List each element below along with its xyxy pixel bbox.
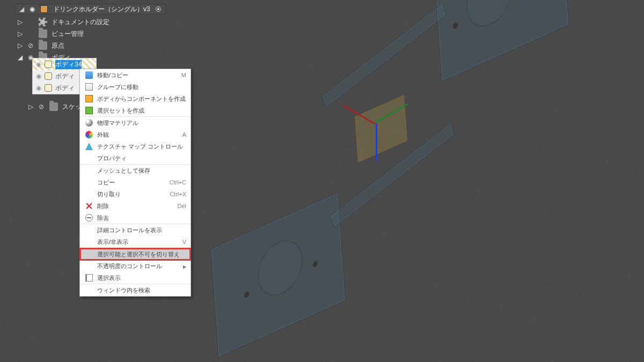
menu-label: 削除 bbox=[97, 202, 160, 210]
body-label: ボディ bbox=[55, 84, 75, 93]
visibility-eye-icon[interactable]: ◉ bbox=[36, 72, 41, 80]
body-label: ボディ bbox=[55, 72, 75, 81]
menu-label: 表示/非表示 bbox=[97, 238, 160, 246]
body-icon bbox=[45, 72, 52, 80]
menu-shortcut: A bbox=[165, 131, 186, 138]
menu-label: 物理マテリアル bbox=[97, 119, 186, 127]
material-icon bbox=[85, 119, 93, 127]
tree-item-origin[interactable]: ▷ ⊘ 原点 bbox=[16, 40, 111, 51]
chevron-right-icon[interactable]: ▷ bbox=[28, 103, 33, 110]
texture-icon bbox=[85, 143, 93, 150]
menu-show-detail-controls[interactable]: 詳細コントロールを表示 bbox=[80, 224, 191, 236]
move-icon bbox=[85, 71, 93, 79]
remove-icon bbox=[85, 214, 93, 221]
visibility-eye-icon[interactable]: ◉ bbox=[36, 61, 41, 68]
blank-icon bbox=[85, 238, 93, 246]
menu-body-to-component[interactable]: ボディからコンポーネントを作成 bbox=[80, 93, 191, 105]
blank-icon bbox=[85, 167, 93, 174]
blank-icon bbox=[85, 154, 93, 162]
tree-label: ビュー管理 bbox=[52, 29, 84, 39]
group-icon bbox=[85, 83, 93, 91]
blank-icon bbox=[85, 226, 93, 234]
menu-label: コピー bbox=[97, 179, 160, 187]
menu-properties[interactable]: プロパティ bbox=[80, 152, 191, 164]
menu-save-as-mesh[interactable]: メッシュとして保存 bbox=[80, 165, 191, 176]
menu-create-selection-set[interactable]: 選択セットを作成 bbox=[80, 105, 191, 116]
menu-label: 詳細コントロールを表示 bbox=[97, 226, 186, 234]
menu-label: 除去 bbox=[97, 214, 186, 222]
chevron-down-icon[interactable]: ◢ bbox=[17, 54, 23, 61]
folder-icon bbox=[49, 102, 58, 111]
menu-label: 選択可能と選択不可を切り替え bbox=[97, 250, 186, 258]
menu-label: グループに移動 bbox=[97, 83, 186, 91]
menu-label: 外観 bbox=[97, 131, 160, 139]
menu-copy[interactable]: コピー Ctrl+C bbox=[80, 176, 191, 188]
menu-move-to-group[interactable]: グループに移動 bbox=[80, 81, 191, 93]
visibility-off-icon[interactable]: ⊘ bbox=[27, 42, 34, 49]
menu-opacity-control[interactable]: 不透明度のコントロール bbox=[80, 260, 191, 272]
folder-icon bbox=[39, 41, 47, 50]
tree-label: 原点 bbox=[52, 41, 64, 50]
menu-label: テクスチャ マップ コントロール bbox=[97, 143, 186, 151]
disclosure-triangle-icon[interactable]: ◢ bbox=[19, 5, 24, 13]
menu-label: ボディからコンポーネントを作成 bbox=[97, 95, 186, 103]
body-label: ボディ34 bbox=[55, 60, 82, 69]
menu-label: メッシュとして保存 bbox=[97, 167, 186, 175]
menu-label: 選択セットを作成 bbox=[97, 107, 186, 115]
blank-icon bbox=[85, 190, 93, 198]
tree-label: ドキュメントの設定 bbox=[52, 18, 109, 27]
component-title-bar[interactable]: ◢ ◉ ドリンクホルダー（シングル）v3 bbox=[14, 4, 166, 14]
delete-x-icon bbox=[85, 202, 93, 210]
visibility-eye-icon[interactable]: ◉ bbox=[36, 84, 41, 92]
menu-show-hide[interactable]: 表示/非表示 V bbox=[80, 236, 191, 248]
blank-icon bbox=[85, 262, 93, 270]
submenu-arrow-icon bbox=[183, 263, 186, 269]
visibility-off-icon[interactable]: ⊘ bbox=[38, 103, 45, 110]
tree-item-doc-settings[interactable]: ▷ ドキュメントの設定 bbox=[16, 16, 111, 28]
appearance-icon bbox=[85, 131, 93, 138]
isolate-icon bbox=[85, 274, 93, 282]
menu-shortcut: Ctrl+C bbox=[165, 179, 186, 186]
selection-set-icon bbox=[85, 107, 93, 114]
blank-icon bbox=[85, 286, 93, 294]
body-icon bbox=[45, 84, 52, 92]
blank-icon bbox=[85, 250, 93, 258]
menu-label: ウィンドウ内を検索 bbox=[97, 286, 186, 294]
menu-label: 移動/コピー bbox=[97, 71, 160, 79]
chevron-right-icon[interactable]: ▷ bbox=[17, 42, 23, 49]
menu-texture-map-control[interactable]: テクスチャ マップ コントロール bbox=[80, 141, 191, 152]
menu-find-in-window[interactable]: ウィンドウ内を検索 bbox=[80, 284, 191, 296]
body-icon bbox=[45, 61, 52, 68]
folder-icon bbox=[39, 29, 47, 38]
menu-cut[interactable]: 切り取り Ctrl+X bbox=[80, 188, 191, 200]
component-icon bbox=[85, 95, 93, 102]
tree-item-view-mgmt[interactable]: ▷ ビュー管理 bbox=[16, 28, 111, 40]
menu-label: プロパティ bbox=[97, 154, 186, 162]
menu-shortcut: V bbox=[165, 239, 186, 245]
visibility-eye-icon[interactable]: ◉ bbox=[30, 5, 35, 13]
context-menu[interactable]: 移動/コピー M グループに移動 ボディからコンポーネントを作成 選択セットを作… bbox=[79, 69, 191, 297]
gear-icon bbox=[39, 18, 47, 26]
menu-toggle-selectable[interactable]: 選択可能と選択不可を切り替え bbox=[80, 248, 191, 260]
menu-remove[interactable]: 除去 bbox=[80, 212, 191, 224]
menu-isolate[interactable]: 選択表示 bbox=[80, 272, 191, 284]
chevron-right-icon[interactable]: ▷ bbox=[17, 30, 23, 38]
menu-label: 切り取り bbox=[97, 190, 160, 198]
menu-label: 選択表示 bbox=[97, 274, 186, 282]
menu-shortcut: M bbox=[165, 72, 186, 78]
document-title: ドリンクホルダー（シングル）v3 bbox=[53, 5, 150, 14]
activate-radio-icon[interactable] bbox=[156, 6, 161, 12]
menu-shortcut: Del bbox=[165, 203, 186, 209]
chevron-right-icon[interactable]: ▷ bbox=[17, 18, 23, 26]
menu-delete[interactable]: 削除 Del bbox=[80, 200, 191, 212]
menu-label: 不透明度のコントロール bbox=[97, 262, 180, 270]
menu-shortcut: Ctrl+X bbox=[165, 191, 186, 197]
menu-appearance[interactable]: 外観 A bbox=[80, 129, 191, 141]
blank-icon bbox=[85, 179, 93, 186]
component-cube-icon bbox=[40, 5, 48, 13]
menu-physical-material[interactable]: 物理マテリアル bbox=[80, 117, 191, 129]
menu-move-copy[interactable]: 移動/コピー M bbox=[80, 69, 191, 81]
